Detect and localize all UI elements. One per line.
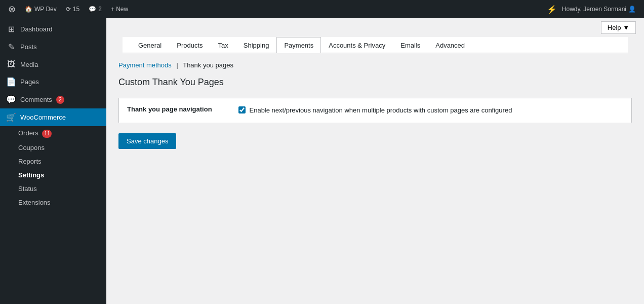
setting-label: Thank you page navigation	[119, 98, 230, 123]
comments-sidebar-icon: 💬	[6, 95, 16, 104]
breadcrumb: Payment methods | Thank you pages	[118, 61, 632, 69]
tab-accounts-privacy[interactable]: Accounts & Privacy	[321, 37, 393, 53]
sidebar-item-label: Pages	[20, 78, 39, 86]
sidebar-item-comments[interactable]: 💬 Comments 2	[0, 91, 106, 108]
admin-bar-right: ⚡ Howdy, Jeroen Sormani 👤	[547, 0, 639, 18]
sidebar-item-posts[interactable]: ✎ Posts	[0, 38, 106, 56]
sidebar-item-label: Posts	[20, 43, 37, 51]
sidebar-item-label: WooCommerce	[20, 113, 66, 121]
checkbox-label[interactable]: Enable next/previous navigation when mul…	[250, 105, 512, 116]
page-title: Custom Thank You Pages	[118, 77, 632, 88]
tab-products[interactable]: Products	[169, 37, 210, 53]
tab-advanced[interactable]: Advanced	[428, 37, 472, 53]
tabs-wrapper: General Products Tax Shipping Payments A…	[106, 37, 644, 53]
woocommerce-submenu: Orders 11 Coupons Reports Settings Statu…	[0, 126, 106, 209]
save-changes-button[interactable]: Save changes	[118, 133, 176, 149]
admin-bar: ⊗ 🏠 WP Dev ⟳ 15 💬 2 + New ⚡ Howdy, Jeroe…	[0, 0, 644, 18]
home-icon: 🏠	[25, 6, 32, 13]
breadcrumb-separator: |	[176, 61, 178, 69]
site-name[interactable]: 🏠 WP Dev	[22, 0, 60, 18]
comments-item[interactable]: 💬 2	[86, 0, 105, 18]
tab-emails[interactable]: Emails	[393, 37, 428, 53]
user-avatar-icon: 👤	[628, 6, 636, 13]
sidebar-item-pages[interactable]: 📄 Pages	[0, 73, 106, 91]
sidebar-subitem-extensions[interactable]: Extensions	[0, 196, 106, 209]
user-greeting[interactable]: Howdy, Jeroen Sormani 👤	[559, 0, 639, 18]
tab-payments[interactable]: Payments	[276, 37, 321, 53]
tab-tax[interactable]: Tax	[211, 37, 236, 53]
content-area: Help ▼ General Products Tax Shipping Pay…	[106, 18, 644, 304]
table-row: Thank you page navigation Enable next/pr…	[119, 98, 632, 123]
breadcrumb-parent-link[interactable]: Payment methods	[118, 61, 172, 69]
settings-table: Thank you page navigation Enable next/pr…	[118, 98, 632, 123]
setting-value: Enable next/previous navigation when mul…	[230, 98, 632, 123]
woocommerce-icon: 🛒	[6, 112, 16, 122]
updates-item[interactable]: ⟳ 15	[63, 0, 83, 18]
main-layout: ⊞ Dashboard ✎ Posts 🖼 Media 📄 Pages 💬 Co…	[0, 18, 644, 304]
sidebar-item-dashboard[interactable]: ⊞ Dashboard	[0, 20, 106, 38]
comments-badge: 2	[56, 96, 64, 104]
tabs-bar: General Products Tax Shipping Payments A…	[123, 37, 628, 53]
orders-badge: 11	[42, 130, 52, 138]
pages-icon: 📄	[6, 77, 16, 87]
comments-icon: 💬	[89, 6, 96, 13]
sidebar-item-label: Media	[20, 61, 38, 68]
sidebar-item-woocommerce[interactable]: 🛒 WooCommerce	[0, 108, 106, 126]
wp-logo[interactable]: ⊗	[5, 0, 19, 18]
dashboard-icon: ⊞	[6, 24, 16, 34]
tab-shipping[interactable]: Shipping	[236, 37, 277, 53]
sidebar-subitem-orders[interactable]: Orders 11	[0, 126, 106, 141]
breadcrumb-current: Thank you pages	[183, 61, 233, 69]
wp-logo-icon: ⊗	[8, 4, 16, 15]
sidebar-subitem-coupons[interactable]: Coupons	[0, 141, 106, 155]
help-bar: Help ▼	[106, 18, 644, 37]
sidebar-subitem-reports[interactable]: Reports	[0, 155, 106, 168]
help-button[interactable]: Help ▼	[601, 21, 636, 34]
sidebar-subitem-status[interactable]: Status	[0, 182, 106, 196]
new-item[interactable]: + New	[108, 0, 131, 18]
media-icon: 🖼	[6, 60, 16, 69]
sidebar-item-media[interactable]: 🖼 Media	[0, 56, 106, 73]
tab-general[interactable]: General	[131, 37, 169, 53]
lightning-icon: ⚡	[547, 5, 557, 14]
posts-icon: ✎	[6, 42, 16, 52]
sidebar: ⊞ Dashboard ✎ Posts 🖼 Media 📄 Pages 💬 Co…	[0, 18, 106, 304]
updates-icon: ⟳	[66, 6, 71, 13]
checkbox-row: Enable next/previous navigation when mul…	[238, 105, 624, 116]
sidebar-item-label: Comments	[20, 96, 52, 103]
sidebar-item-label: Dashboard	[20, 25, 53, 33]
navigation-checkbox[interactable]	[238, 106, 246, 113]
sidebar-subitem-settings[interactable]: Settings	[0, 168, 106, 182]
page-content: Payment methods | Thank you pages Custom…	[106, 53, 644, 157]
